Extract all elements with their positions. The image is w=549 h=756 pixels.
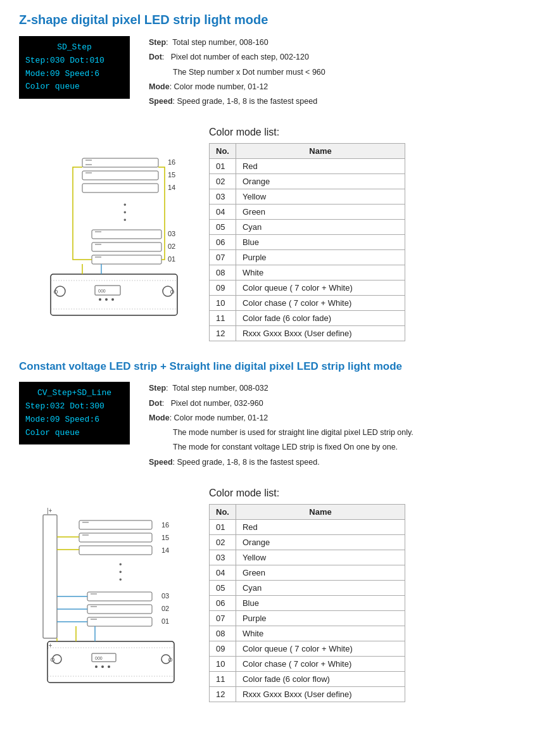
section1-top: SD_Step Step:030 Dot:010 Mode:09 Speed:6… xyxy=(19,36,530,110)
cell-name: Purple xyxy=(236,250,405,265)
svg-text:O: O xyxy=(53,289,58,295)
svg-rect-45 xyxy=(79,546,152,555)
cell-no: 02 xyxy=(210,534,236,550)
section1-params: Step: Total step number, 008-160 Dot: Pi… xyxy=(149,36,325,110)
section1-right: Color mode list: No. Name 01Red02Orange0… xyxy=(209,119,530,341)
cell-name: Color queue ( 7 color + White) xyxy=(236,280,405,296)
svg-text:16: 16 xyxy=(168,158,175,166)
cell-no: 05 xyxy=(210,580,236,595)
section1-diagram-area: 16 15 14 • • • 03 02 01 xyxy=(19,119,530,341)
table-row: 01Red xyxy=(210,519,405,534)
cell-no: 03 xyxy=(210,189,236,205)
lcd2-line2: Step:032 Dot:300 xyxy=(25,400,123,413)
section2-svg: |+ |+ 16 15 14 • • • 03 02 xyxy=(19,480,196,695)
table-row: 11Color fade (6 color fade) xyxy=(210,311,405,326)
svg-text:O: O xyxy=(170,289,174,295)
section2-table: No. Name 01Red02Orange03Yellow04Green05C… xyxy=(209,504,405,702)
section2-diagram-area: |+ |+ 16 15 14 • • • 03 02 xyxy=(19,480,530,702)
cell-no: 06 xyxy=(210,595,236,610)
table-row: 03Yellow xyxy=(210,550,405,565)
table-row: 04Green xyxy=(210,565,405,580)
section2: Constant voltage LED strip + Straight li… xyxy=(19,360,530,702)
svg-text:•: • xyxy=(123,215,127,225)
svg-point-72 xyxy=(108,665,110,668)
cell-no: 08 xyxy=(210,626,236,641)
table-row: 08White xyxy=(210,626,405,641)
table-row: 10Color chase ( 7 color + White) xyxy=(210,296,405,311)
cell-name: Green xyxy=(236,205,405,220)
cell-name: Yellow xyxy=(236,189,405,205)
param-dot1-note: The Step number x Dot number must < 960 xyxy=(149,66,325,79)
svg-point-70 xyxy=(95,665,98,668)
svg-text:02: 02 xyxy=(161,605,169,612)
section2-lcd: CV_Step+SD_Line Step:032 Dot:300 Mode:09… xyxy=(19,382,130,444)
svg-rect-13 xyxy=(92,230,161,239)
param2-mode-note1: The mode number is used for straight lin… xyxy=(149,426,413,439)
svg-text:01: 01 xyxy=(168,255,175,263)
svg-rect-8 xyxy=(82,184,158,192)
cell-name: Color chase ( 7 color + White) xyxy=(236,656,405,671)
table-row: 12Rxxx Gxxx Bxxx (User define) xyxy=(210,326,405,341)
param2-step: Step: Total step number, 008-032 xyxy=(149,382,413,395)
section1-diagram: 16 15 14 • • • 03 02 01 xyxy=(19,119,196,341)
table-row: 06Blue xyxy=(210,595,405,610)
lcd1-line4: Color queue xyxy=(25,80,123,94)
cell-name: Cyan xyxy=(236,220,405,235)
section1-col-no: No. xyxy=(210,144,236,159)
svg-rect-56 xyxy=(87,617,152,626)
cell-no: 07 xyxy=(210,610,236,626)
svg-text:000: 000 xyxy=(95,656,103,660)
table-row: 03Yellow xyxy=(210,189,405,205)
cell-name: Purple xyxy=(236,610,405,626)
cell-name: Yellow xyxy=(236,550,405,565)
lcd1-line2: Step:030 Dot:010 xyxy=(25,54,123,68)
lcd2-line3: Mode:09 Speed:6 xyxy=(25,413,123,427)
svg-text:O: O xyxy=(168,657,172,663)
section1-lcd: SD_Step Step:030 Dot:010 Mode:09 Speed:6… xyxy=(19,36,130,99)
svg-text:O: O xyxy=(50,657,54,663)
section2-col-no: No. xyxy=(210,504,236,519)
table-row: 02Orange xyxy=(210,534,405,550)
cell-name: Color queue ( 7 color + White) xyxy=(236,641,405,656)
lcd1-line3: Mode:09 Speed:6 xyxy=(25,68,123,81)
cell-name: Red xyxy=(236,519,405,534)
cell-name: Color fade (6 color flow) xyxy=(236,671,405,686)
cell-name: Red xyxy=(236,159,405,174)
cell-no: 05 xyxy=(210,220,236,235)
svg-rect-16 xyxy=(92,243,161,251)
cell-no: 12 xyxy=(210,326,236,341)
svg-rect-5 xyxy=(82,171,158,180)
cell-no: 12 xyxy=(210,686,236,702)
lcd2-line4: Color queue xyxy=(25,427,123,440)
svg-text:16: 16 xyxy=(161,521,169,529)
section2-params: Step: Total step number, 008-032 Dot: Pi… xyxy=(149,382,413,470)
section2-right: Color mode list: No. Name 01Red02Orange0… xyxy=(209,480,530,702)
cell-no: 10 xyxy=(210,296,236,311)
svg-text:03: 03 xyxy=(161,592,169,600)
svg-rect-39 xyxy=(79,520,152,529)
svg-text:02: 02 xyxy=(168,243,175,250)
svg-text:14: 14 xyxy=(161,546,169,554)
svg-rect-19 xyxy=(92,255,161,264)
svg-rect-35 xyxy=(43,515,57,638)
svg-text:01: 01 xyxy=(161,617,169,625)
cell-no: 08 xyxy=(210,265,236,280)
table-row: 06Blue xyxy=(210,235,405,250)
svg-text:•: • xyxy=(119,575,122,584)
table-row: 05Cyan xyxy=(210,580,405,595)
param2-dot: Dot: Pixel dot number, 032-960 xyxy=(149,397,413,410)
cell-no: 11 xyxy=(210,671,236,686)
cell-no: 06 xyxy=(210,235,236,250)
param2-mode-note2: The mode for constant voltage LED strip … xyxy=(149,441,413,454)
table-row: 09Color queue ( 7 color + White) xyxy=(210,641,405,656)
svg-text:000: 000 xyxy=(98,289,106,293)
table-row: 12Rxxx Gxxx Bxxx (User define) xyxy=(210,686,405,702)
table-row: 05Cyan xyxy=(210,220,405,235)
cell-no: 04 xyxy=(210,205,236,220)
svg-point-71 xyxy=(101,665,104,668)
table-row: 07Purple xyxy=(210,610,405,626)
table-row: 10Color chase ( 7 color + White) xyxy=(210,656,405,671)
cell-name: White xyxy=(236,626,405,641)
table-row: 01Red xyxy=(210,159,405,174)
param2-mode: Mode: Color mode number, 01-12 xyxy=(149,412,413,425)
